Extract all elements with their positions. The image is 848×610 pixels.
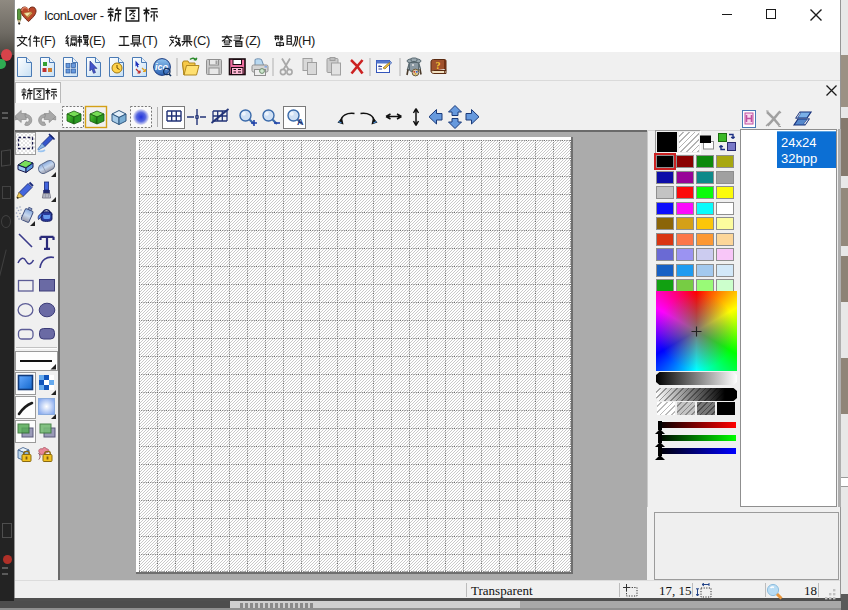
- svg-text:?: ?: [436, 60, 441, 71]
- svg-text:A: A: [297, 117, 304, 127]
- svg-text:ico: ico: [155, 62, 169, 72]
